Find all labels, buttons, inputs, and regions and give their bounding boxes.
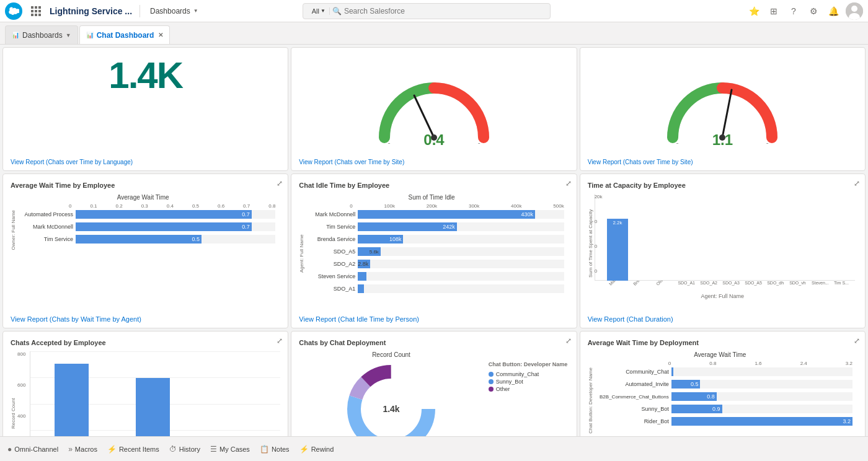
time-capacity-chart-area: 20k 0 0 0 2.2k bbox=[595, 194, 855, 293]
search-input[interactable] bbox=[344, 7, 545, 15]
settings-button[interactable]: ⚙ bbox=[806, 4, 821, 19]
user-avatar[interactable] bbox=[846, 2, 863, 20]
list-item: Community_Chat bbox=[489, 371, 569, 377]
sunny-bot-dot bbox=[489, 379, 494, 384]
macros-button[interactable]: » Macros bbox=[68, 445, 97, 454]
table-row: SDO_A2 2.8k bbox=[306, 260, 564, 268]
search-scope-dropdown: ▼ bbox=[321, 8, 326, 14]
tab-dashboards-label: Dashboards bbox=[22, 31, 63, 40]
svg-rect-3 bbox=[31, 10, 33, 12]
avg-wait-chart: Owner: Full Name Automated Process 0.7 bbox=[11, 210, 275, 250]
bottom-toolbar: ● Omni-Channel » Macros ⚡ Recent Items ⏱… bbox=[0, 436, 868, 461]
setup-button[interactable]: ⊞ bbox=[766, 4, 781, 19]
svg-rect-7 bbox=[35, 14, 37, 16]
svg-rect-1 bbox=[35, 6, 37, 9]
notifications-button[interactable]: 🔔 bbox=[826, 4, 841, 19]
avg-wait-deployment-title: Average Wait Time by Deployment bbox=[588, 339, 857, 346]
my-cases-button[interactable]: ☰ My Cases bbox=[210, 445, 250, 454]
chats-accepted-chart: Record Count 800 600 400 200 0 bbox=[11, 351, 280, 436]
avg-wait-expand[interactable]: ⤢ bbox=[277, 179, 283, 188]
main-content: 1.4K View Report (Chats over Time by Lan… bbox=[0, 45, 868, 436]
table-row: Mark McDonnell 0.7 bbox=[17, 222, 275, 231]
avg-wait-deployment-expand[interactable]: ⤢ bbox=[854, 336, 860, 345]
tab-dashboards-dropdown[interactable]: ▼ bbox=[66, 32, 71, 38]
top-card-3-value: 1.1 bbox=[712, 131, 733, 149]
top-nav: Lightning Service ... Dashboards ▼ All ▼… bbox=[0, 0, 868, 22]
chats-by-deployment-title: Chats by Chat Deployment bbox=[299, 339, 569, 346]
tab-chat-dashboard[interactable]: 📊 Chat Dashboard ✕ bbox=[79, 25, 170, 44]
chat-idle-expand[interactable]: ⤢ bbox=[565, 179, 572, 188]
other-dot bbox=[489, 387, 494, 392]
history-button[interactable]: ⏱ History bbox=[169, 445, 200, 454]
chats-accepted-expand[interactable]: ⤢ bbox=[277, 336, 283, 345]
top-card-3: 0 6 1.1 View Report (Chats over Time by … bbox=[580, 47, 866, 171]
avg-wait-deployment-chart: Chat Button: Developer Name Community_Ch… bbox=[588, 367, 852, 434]
chat-idle-bars: Mark McDonnell 430k Tim Service 242k Bre… bbox=[306, 210, 564, 297]
history-icon: ⏱ bbox=[169, 445, 177, 454]
recent-items-button[interactable]: ⚡ Recent Items bbox=[107, 445, 159, 454]
other-label: Other bbox=[496, 386, 510, 392]
table-row: Tim Service 0.5 bbox=[17, 235, 275, 244]
time-at-capacity-expand[interactable]: ⤢ bbox=[854, 179, 860, 188]
search-scope[interactable]: All ▼ bbox=[308, 7, 330, 15]
table-row: B2B_Commerce_Chat_Buttons 0.8 bbox=[595, 392, 852, 401]
svg-rect-2 bbox=[38, 6, 41, 9]
help-button[interactable]: ? bbox=[786, 4, 801, 19]
nav-right: ⭐ ⊞ ? ⚙ 🔔 bbox=[746, 2, 863, 20]
omni-channel-button[interactable]: ● Omni-Channel bbox=[7, 445, 58, 454]
omni-channel-icon: ● bbox=[7, 445, 12, 454]
svg-line-16 bbox=[722, 90, 732, 138]
y-tick-400: 400 bbox=[17, 413, 25, 419]
avg-wait-link[interactable]: View Report (Chats by Wait Time by Agent… bbox=[11, 315, 141, 323]
legend-title: Chat Button: Developer Name bbox=[489, 361, 569, 367]
deployment-legend: Chat Button: Developer Name Community_Ch… bbox=[489, 351, 569, 436]
rewind-label: Rewind bbox=[311, 446, 334, 453]
recent-items-icon: ⚡ bbox=[107, 445, 117, 454]
favorites-button[interactable]: ⭐ bbox=[746, 4, 761, 19]
y-tick-600: 600 bbox=[17, 382, 25, 388]
chat-idle-card: Chat Idle Time by Employee ⤢ Sum of Time… bbox=[291, 173, 577, 328]
notes-button[interactable]: 📋 Notes bbox=[260, 445, 290, 454]
avg-wait-deployment-chart-title: Average Wait Time bbox=[588, 351, 852, 358]
salesforce-logo bbox=[5, 2, 22, 20]
chats-accepted-yaxis: Record Count bbox=[11, 351, 16, 436]
top-card-1: 1.4K View Report (Chats over Time by Lan… bbox=[2, 47, 288, 171]
svg-text:6: 6 bbox=[477, 142, 480, 144]
chats-by-deployment-expand[interactable]: ⤢ bbox=[565, 336, 572, 345]
recent-items-label: Recent Items bbox=[119, 446, 159, 453]
chat-idle-link[interactable]: View Report (Chat Idle Time by Person) bbox=[299, 315, 419, 323]
top-card-2-link[interactable]: View Report (Chats over Time by Site) bbox=[299, 159, 404, 165]
chat-idle-axis: 0100k200k300k400k500k bbox=[350, 203, 564, 209]
macros-icon: » bbox=[68, 445, 73, 454]
table-row: Sunny_Bot 0.9 bbox=[595, 405, 852, 413]
chats-accepted-bars bbox=[31, 351, 274, 436]
chats-accepted-title: Chats Accepted by Employee bbox=[11, 339, 280, 346]
nav-dashboards[interactable]: Dashboards ▼ bbox=[148, 7, 201, 15]
chats-by-deployment-card: Chats by Chat Deployment ⤢ Record Count bbox=[291, 331, 577, 436]
rewind-button[interactable]: ⚡ Rewind bbox=[299, 445, 334, 454]
top-card-2: 0 6 0.4 View Report (Chats over Time by … bbox=[291, 47, 577, 171]
svg-rect-6 bbox=[31, 14, 33, 16]
svg-rect-0 bbox=[31, 6, 33, 9]
tab-close-icon[interactable]: ✕ bbox=[158, 32, 163, 38]
time-at-capacity-card: Time at Capacity by Employee ⤢ Sum of Ti… bbox=[580, 173, 866, 328]
y-tick-0-1: 0 bbox=[595, 219, 597, 224]
nav-divider bbox=[140, 5, 140, 17]
time-at-capacity-link[interactable]: View Report (Chat Duration) bbox=[588, 315, 673, 323]
top-card-1-link[interactable]: View Report (Chats over Time by Language… bbox=[11, 159, 133, 165]
bottom-row: Chats Accepted by Employee ⤢ Record Coun… bbox=[2, 331, 866, 436]
tab-dashboards[interactable]: 📊 Dashboards ▼ bbox=[5, 25, 78, 44]
app-launcher-button[interactable] bbox=[27, 2, 45, 20]
donut-chart-title: Record Count bbox=[372, 351, 410, 358]
chat-idle-chart: Agent: Full Name Mark McDonnell 430k Tim… bbox=[299, 210, 564, 297]
nav-dashboards-label: Dashboards bbox=[150, 7, 190, 15]
rewind-icon: ⚡ bbox=[299, 445, 309, 454]
time-capacity-yaxis: Sum of Time Spent at Capacity bbox=[588, 194, 593, 293]
avg-wait-bars: Automated Process 0.7 Mark McDonnell bbox=[17, 210, 275, 250]
top-card-3-link[interactable]: View Report (Chats over Time by Site) bbox=[588, 159, 693, 165]
avg-wait-deployment-card: Average Wait Time by Deployment ⤢ Averag… bbox=[580, 331, 866, 436]
avg-wait-deployment-bars: Community_Chat Automated_Invite 0.5 B2B_… bbox=[595, 367, 852, 434]
y-tick-800: 800 bbox=[17, 351, 25, 357]
chat-idle-title: Chat Idle Time by Employee bbox=[299, 182, 569, 189]
bar-automated bbox=[55, 364, 89, 436]
